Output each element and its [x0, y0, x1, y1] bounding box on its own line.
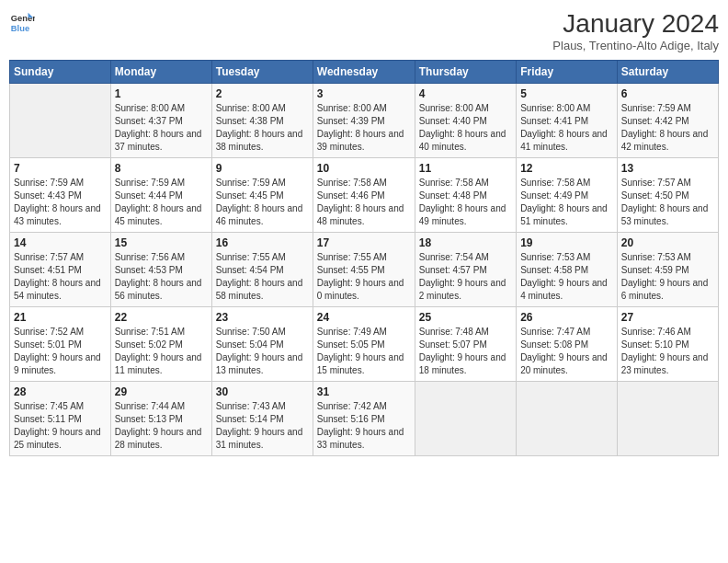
week-row-4: 21Sunrise: 7:52 AM Sunset: 5:01 PM Dayli… — [10, 307, 719, 382]
day-info: Sunrise: 7:54 AM Sunset: 4:57 PM Dayligh… — [419, 251, 512, 303]
day-number: 31 — [317, 385, 411, 398]
weekday-header-monday: Monday — [110, 61, 211, 84]
weekday-header-sunday: Sunday — [10, 61, 111, 84]
day-number: 15 — [115, 236, 208, 249]
day-number: 4 — [419, 87, 512, 100]
day-cell: 26Sunrise: 7:47 AM Sunset: 5:08 PM Dayli… — [517, 307, 618, 382]
day-number: 2 — [216, 87, 309, 100]
day-info: Sunrise: 8:00 AM Sunset: 4:38 PM Dayligh… — [216, 102, 309, 154]
day-number: 10 — [317, 162, 411, 175]
day-info: Sunrise: 7:53 AM Sunset: 4:58 PM Dayligh… — [520, 251, 613, 303]
day-number: 5 — [520, 87, 613, 100]
day-number: 3 — [317, 87, 411, 100]
week-row-2: 7Sunrise: 7:59 AM Sunset: 4:43 PM Daylig… — [10, 158, 719, 233]
svg-text:General: General — [11, 14, 35, 23]
day-info: Sunrise: 7:53 AM Sunset: 4:59 PM Dayligh… — [621, 251, 714, 303]
day-cell: 2Sunrise: 8:00 AM Sunset: 4:38 PM Daylig… — [211, 84, 313, 158]
weekday-header-wednesday: Wednesday — [313, 61, 415, 84]
day-cell: 27Sunrise: 7:46 AM Sunset: 5:10 PM Dayli… — [617, 307, 718, 382]
day-cell: 7Sunrise: 7:59 AM Sunset: 4:43 PM Daylig… — [10, 158, 111, 233]
day-info: Sunrise: 7:52 AM Sunset: 5:01 PM Dayligh… — [14, 326, 107, 377]
day-cell: 9Sunrise: 7:59 AM Sunset: 4:45 PM Daylig… — [211, 158, 313, 233]
day-cell: 6Sunrise: 7:59 AM Sunset: 4:42 PM Daylig… — [617, 84, 718, 158]
svg-text:Blue: Blue — [11, 24, 29, 33]
day-info: Sunrise: 7:42 AM Sunset: 5:16 PM Dayligh… — [317, 400, 411, 452]
day-cell: 28Sunrise: 7:45 AM Sunset: 5:11 PM Dayli… — [10, 382, 111, 456]
day-info: Sunrise: 7:56 AM Sunset: 4:53 PM Dayligh… — [115, 251, 208, 303]
week-row-3: 14Sunrise: 7:57 AM Sunset: 4:51 PM Dayli… — [10, 233, 719, 307]
day-info: Sunrise: 7:59 AM Sunset: 4:44 PM Dayligh… — [115, 177, 208, 228]
day-number: 30 — [216, 385, 309, 398]
weekday-header-row: SundayMondayTuesdayWednesdayThursdayFrid… — [10, 61, 719, 84]
day-info: Sunrise: 7:55 AM Sunset: 4:54 PM Dayligh… — [216, 251, 309, 303]
day-cell: 24Sunrise: 7:49 AM Sunset: 5:05 PM Dayli… — [313, 307, 415, 382]
page-header: General Blue January 2024 Plaus, Trentin… — [9, 9, 719, 52]
day-number: 26 — [520, 311, 613, 324]
logo: General Blue — [9, 9, 35, 35]
day-cell: 19Sunrise: 7:53 AM Sunset: 4:58 PM Dayli… — [517, 233, 618, 307]
weekday-header-thursday: Thursday — [415, 61, 516, 84]
day-number: 28 — [14, 385, 107, 398]
day-info: Sunrise: 8:00 AM Sunset: 4:39 PM Dayligh… — [317, 102, 411, 154]
day-info: Sunrise: 7:47 AM Sunset: 5:08 PM Dayligh… — [520, 326, 613, 377]
day-cell: 30Sunrise: 7:43 AM Sunset: 5:14 PM Dayli… — [211, 382, 313, 456]
day-info: Sunrise: 7:44 AM Sunset: 5:13 PM Dayligh… — [115, 400, 208, 452]
day-info: Sunrise: 7:59 AM Sunset: 4:43 PM Dayligh… — [14, 177, 107, 228]
day-number: 12 — [520, 162, 613, 175]
day-number: 25 — [419, 311, 512, 324]
day-info: Sunrise: 8:00 AM Sunset: 4:40 PM Dayligh… — [419, 102, 512, 154]
week-row-5: 28Sunrise: 7:45 AM Sunset: 5:11 PM Dayli… — [10, 382, 719, 456]
day-info: Sunrise: 8:00 AM Sunset: 4:41 PM Dayligh… — [520, 102, 613, 154]
day-cell: 17Sunrise: 7:55 AM Sunset: 4:55 PM Dayli… — [313, 233, 415, 307]
day-info: Sunrise: 7:59 AM Sunset: 4:45 PM Dayligh… — [216, 177, 309, 228]
title-section: January 2024 Plaus, Trentino-Alto Adige,… — [552, 9, 719, 52]
day-cell: 8Sunrise: 7:59 AM Sunset: 4:44 PM Daylig… — [110, 158, 211, 233]
day-cell: 4Sunrise: 8:00 AM Sunset: 4:40 PM Daylig… — [415, 84, 516, 158]
day-number: 22 — [115, 311, 208, 324]
day-info: Sunrise: 7:51 AM Sunset: 5:02 PM Dayligh… — [115, 326, 208, 377]
day-cell — [10, 84, 111, 158]
day-cell: 5Sunrise: 8:00 AM Sunset: 4:41 PM Daylig… — [517, 84, 618, 158]
day-number: 18 — [419, 236, 512, 249]
day-number: 14 — [14, 236, 107, 249]
day-info: Sunrise: 7:57 AM Sunset: 4:51 PM Dayligh… — [14, 251, 107, 303]
day-info: Sunrise: 7:48 AM Sunset: 5:07 PM Dayligh… — [419, 326, 512, 377]
weekday-header-saturday: Saturday — [617, 61, 718, 84]
day-number: 11 — [419, 162, 512, 175]
day-cell: 31Sunrise: 7:42 AM Sunset: 5:16 PM Dayli… — [313, 382, 415, 456]
day-cell — [617, 382, 718, 456]
day-cell: 12Sunrise: 7:58 AM Sunset: 4:49 PM Dayli… — [517, 158, 618, 233]
day-cell: 25Sunrise: 7:48 AM Sunset: 5:07 PM Dayli… — [415, 307, 516, 382]
day-info: Sunrise: 7:58 AM Sunset: 4:46 PM Dayligh… — [317, 177, 411, 228]
day-cell: 21Sunrise: 7:52 AM Sunset: 5:01 PM Dayli… — [10, 307, 111, 382]
day-number: 29 — [115, 385, 208, 398]
week-row-1: 1Sunrise: 8:00 AM Sunset: 4:37 PM Daylig… — [10, 84, 719, 158]
day-cell: 22Sunrise: 7:51 AM Sunset: 5:02 PM Dayli… — [110, 307, 211, 382]
day-cell: 23Sunrise: 7:50 AM Sunset: 5:04 PM Dayli… — [211, 307, 313, 382]
day-cell: 14Sunrise: 7:57 AM Sunset: 4:51 PM Dayli… — [10, 233, 111, 307]
day-info: Sunrise: 7:58 AM Sunset: 4:48 PM Dayligh… — [419, 177, 512, 228]
day-cell — [415, 382, 516, 456]
day-number: 21 — [14, 311, 107, 324]
day-cell: 13Sunrise: 7:57 AM Sunset: 4:50 PM Dayli… — [617, 158, 718, 233]
day-number: 19 — [520, 236, 613, 249]
weekday-header-friday: Friday — [517, 61, 618, 84]
weekday-header-tuesday: Tuesday — [211, 61, 313, 84]
day-info: Sunrise: 7:46 AM Sunset: 5:10 PM Dayligh… — [621, 326, 714, 377]
day-info: Sunrise: 7:50 AM Sunset: 5:04 PM Dayligh… — [216, 326, 309, 377]
calendar-title: January 2024 — [552, 9, 719, 39]
day-info: Sunrise: 7:59 AM Sunset: 4:42 PM Dayligh… — [621, 102, 714, 154]
day-number: 8 — [115, 162, 208, 175]
day-info: Sunrise: 7:43 AM Sunset: 5:14 PM Dayligh… — [216, 400, 309, 452]
day-cell: 20Sunrise: 7:53 AM Sunset: 4:59 PM Dayli… — [617, 233, 718, 307]
day-number: 6 — [621, 87, 714, 100]
day-cell: 16Sunrise: 7:55 AM Sunset: 4:54 PM Dayli… — [211, 233, 313, 307]
day-number: 1 — [115, 87, 208, 100]
logo-icon: General Blue — [9, 9, 35, 35]
day-number: 13 — [621, 162, 714, 175]
day-cell: 15Sunrise: 7:56 AM Sunset: 4:53 PM Dayli… — [110, 233, 211, 307]
day-number: 23 — [216, 311, 309, 324]
day-info: Sunrise: 7:49 AM Sunset: 5:05 PM Dayligh… — [317, 326, 411, 377]
day-cell: 3Sunrise: 8:00 AM Sunset: 4:39 PM Daylig… — [313, 84, 415, 158]
day-number: 20 — [621, 236, 714, 249]
